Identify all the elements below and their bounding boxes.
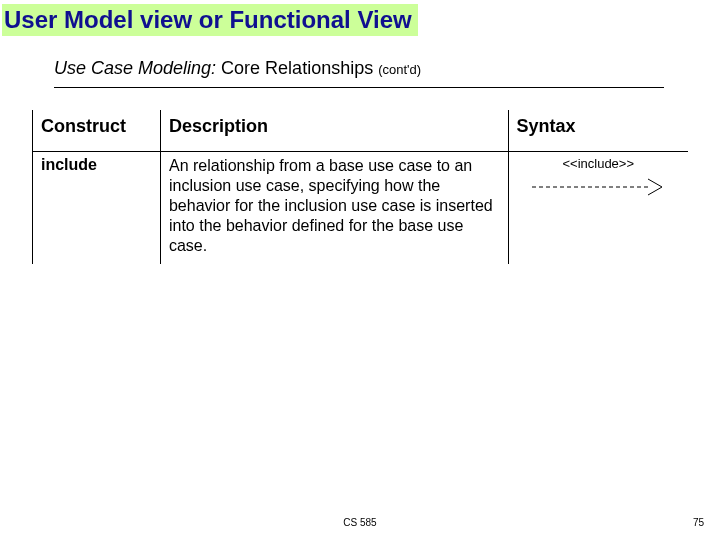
stereotype-label: <<include>> [517, 156, 680, 171]
constructs-table: Construct Description Syntax include An … [32, 110, 688, 264]
cell-description: An relationship from a base use case to … [160, 152, 508, 265]
cell-syntax: <<include>> [508, 152, 688, 265]
header-description: Description [160, 110, 508, 152]
table-header-row: Construct Description Syntax [33, 110, 689, 152]
slide-title: User Model view or Functional View [2, 4, 418, 36]
footer-course: CS 585 [343, 517, 376, 528]
dashed-arrow-icon [528, 177, 668, 197]
subtitle: Use Case Modeling: Core Relationships (c… [54, 58, 421, 78]
subtitle-italic: Use Case Modeling: [54, 58, 216, 78]
table-row: include An relationship from a base use … [33, 152, 689, 265]
description-text: An relationship from a base use case to … [169, 156, 500, 256]
header-syntax: Syntax [508, 110, 688, 152]
subtitle-container: Use Case Modeling: Core Relationships (c… [54, 58, 664, 88]
cell-construct: include [33, 152, 161, 265]
header-construct: Construct [33, 110, 161, 152]
subtitle-rest: Core Relationships [216, 58, 378, 78]
subtitle-contd: (cont'd) [378, 62, 421, 77]
footer-page-number: 75 [693, 517, 704, 528]
